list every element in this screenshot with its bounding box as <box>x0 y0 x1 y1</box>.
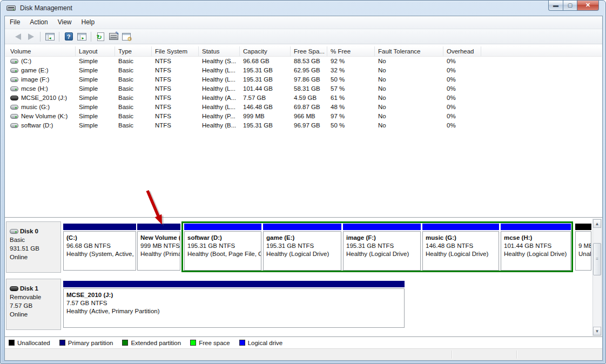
table-row[interactable]: music (G:) SimpleBasic NTFSHealthy (L...… <box>5 103 602 112</box>
partition-new-volume[interactable]: New Volume (K:) 999 MB NTFS Healthy (Pri… <box>137 224 180 271</box>
partition-status: Healthy (Primary Partition) <box>140 250 178 258</box>
partition-status: Healthy (Logical Drive) <box>504 250 568 258</box>
disk-type: Basic <box>10 235 57 244</box>
pane-splitter[interactable] <box>5 217 602 218</box>
header-volume[interactable]: Volume <box>5 46 76 56</box>
forward-button[interactable] <box>24 31 37 43</box>
partition-c[interactable]: (C:) 96.68 GB NTFS Healthy (System, Acti… <box>63 224 136 271</box>
disk-size: 931.51 GB <box>10 244 57 253</box>
scroll-down-icon[interactable]: ▼ <box>593 327 601 335</box>
menu-view[interactable]: View <box>53 16 77 29</box>
close-button[interactable]: ✕ <box>577 1 599 11</box>
logical-drive-bar <box>184 224 261 230</box>
disk1-info-panel[interactable]: Disk 1 Removable 7.57 GB Online <box>6 279 61 330</box>
back-button[interactable] <box>11 31 24 43</box>
legend-swatch-unallocated <box>9 340 15 346</box>
partition-label: mcse (H:) <box>504 234 568 242</box>
partition-g[interactable]: music (G:) 146.48 GB NTFS Healthy (Logic… <box>422 224 499 271</box>
disk-status: Online <box>10 253 57 261</box>
partition-label: New Volume (K:) <box>140 234 178 242</box>
volume-icon <box>10 86 18 91</box>
scrollbar-thumb[interactable]: ≡ <box>593 243 601 275</box>
legend-swatch-extended <box>122 340 128 346</box>
client-area: File Action View Help ◂ ? ▸ ↻ ✎ <box>4 16 603 361</box>
removable-volume-icon <box>10 96 18 100</box>
disk0-info-panel[interactable]: Disk 0 Basic 931.51 GB Online <box>6 221 61 273</box>
disk1-row: Disk 1 Removable 7.57 GB Online MCSE_201… <box>5 278 602 331</box>
legend-swatch-primary <box>59 340 65 346</box>
partition-d[interactable]: softwar (D:) 195.31 GB NTFS Healthy (Boo… <box>184 224 261 271</box>
primary-partition-bar <box>137 224 180 230</box>
disk-size: 7.57 GB <box>10 301 57 310</box>
partition-label: MCSE_2010 (J:) <box>66 291 402 299</box>
partition-j[interactable]: MCSE_2010 (J:) 7.57 GB NTFS Healthy (Act… <box>63 281 405 328</box>
manage-button[interactable]: ⚙ <box>120 31 133 43</box>
legend-item: Primary partition <box>59 340 113 346</box>
legend-item: Free space <box>190 340 230 346</box>
logical-drive-bar <box>501 224 571 230</box>
primary-partition-bar <box>63 281 405 287</box>
legend-swatch-logical <box>239 340 245 346</box>
partition-size: 7.57 GB NTFS <box>66 299 402 307</box>
header-free-space[interactable]: Free Spa... <box>291 46 327 56</box>
properties-button[interactable]: ✎ <box>107 31 120 43</box>
refresh-icon: ↻ <box>97 32 104 41</box>
partition-label: softwar (D:) <box>187 234 259 242</box>
table-row[interactable]: mcse (H:) SimpleBasic NTFSHealthy (L... … <box>5 84 602 93</box>
status-separator <box>516 350 517 359</box>
header-pct-free[interactable]: % Free <box>327 46 375 56</box>
header-status[interactable]: Status <box>199 46 240 56</box>
volume-icon <box>10 123 18 128</box>
maximize-button[interactable]: ▢ <box>563 1 577 11</box>
partition-h[interactable]: mcse (H:) 101.44 GB NTFS Healthy (Logica… <box>501 224 571 271</box>
partition-size: 96.68 GB NTFS <box>66 242 133 250</box>
toolbar-separator <box>91 32 91 42</box>
partition-unallocated[interactable]: 9 MB Unallocated <box>575 224 591 271</box>
partition-size: 9 MB <box>578 242 589 250</box>
partition-status: Healthy (System, Active, Primary Partiti… <box>66 250 133 258</box>
vertical-scrollbar[interactable]: ▲ ≡ ▼ <box>592 219 602 336</box>
scroll-up-icon[interactable]: ▲ <box>593 219 601 228</box>
console-tree-icon: ◂ <box>45 33 55 41</box>
unallocated-bar <box>575 224 591 230</box>
disk-icon <box>10 229 18 234</box>
app-icon <box>6 4 16 12</box>
table-row[interactable]: softwar (D:) SimpleBasic NTFSHealthy (B.… <box>5 121 602 130</box>
partition-size: 195.31 GB NTFS <box>346 242 418 250</box>
header-capacity[interactable]: Capacity <box>240 46 291 56</box>
minimize-button[interactable]: ▬ <box>548 1 563 11</box>
header-overhead[interactable]: Overhead <box>443 46 481 56</box>
show-action-pane-button[interactable]: ▸ <box>75 31 88 43</box>
help-icon: ? <box>65 32 73 41</box>
refresh-button[interactable]: ↻ <box>94 31 107 43</box>
header-layout[interactable]: Layout <box>76 46 115 56</box>
partition-f[interactable]: image (F:) 195.31 GB NTFS Healthy (Logic… <box>343 224 421 271</box>
partition-e[interactable]: game (E:) 195.31 GB NTFS Healthy (Logica… <box>263 224 341 271</box>
title-bar[interactable]: Disk Management ▬ ▢ ✕ <box>1 1 605 16</box>
disk-name: Disk 0 <box>20 228 38 234</box>
partition-label: game (E:) <box>266 234 339 242</box>
legend-item: Extended partition <box>122 340 181 346</box>
table-row[interactable]: MCSE_2010 (J:) SimpleBasic NTFSHealthy (… <box>5 93 602 103</box>
table-row[interactable]: (C:) SimpleBasic NTFSHealthy (S... 96.68… <box>5 57 602 66</box>
header-file-system[interactable]: File System <box>152 46 199 56</box>
menu-action[interactable]: Action <box>25 16 52 29</box>
removable-disk-icon <box>10 286 18 291</box>
volume-list-header: Volume Layout Type File System Status Ca… <box>5 46 602 57</box>
table-row[interactable]: New Volume (K:) SimpleBasic NTFSHealthy … <box>5 112 602 121</box>
show-console-tree-button[interactable]: ◂ <box>43 31 56 43</box>
partition-status: Healthy (Logical Drive) <box>266 250 339 258</box>
toolbar-separator <box>59 32 59 42</box>
partition-status: Unallocated <box>578 250 589 258</box>
menu-file[interactable]: File <box>5 16 25 29</box>
logical-drive-bar <box>422 224 499 230</box>
disk0-row: Disk 0 Basic 931.51 GB Online (C:) 96.68… <box>5 220 602 274</box>
header-type[interactable]: Type <box>115 46 152 56</box>
legend-item: Logical drive <box>239 340 283 346</box>
help-button[interactable]: ? <box>62 31 75 43</box>
menu-help[interactable]: Help <box>77 16 100 29</box>
header-fault-tolerance[interactable]: Fault Tolerance <box>375 46 443 56</box>
table-row[interactable]: image (F:) SimpleBasic NTFSHealthy (L...… <box>5 75 602 84</box>
legend-swatch-free <box>190 340 196 346</box>
table-row[interactable]: game (E:) SimpleBasic NTFSHealthy (L... … <box>5 66 602 75</box>
